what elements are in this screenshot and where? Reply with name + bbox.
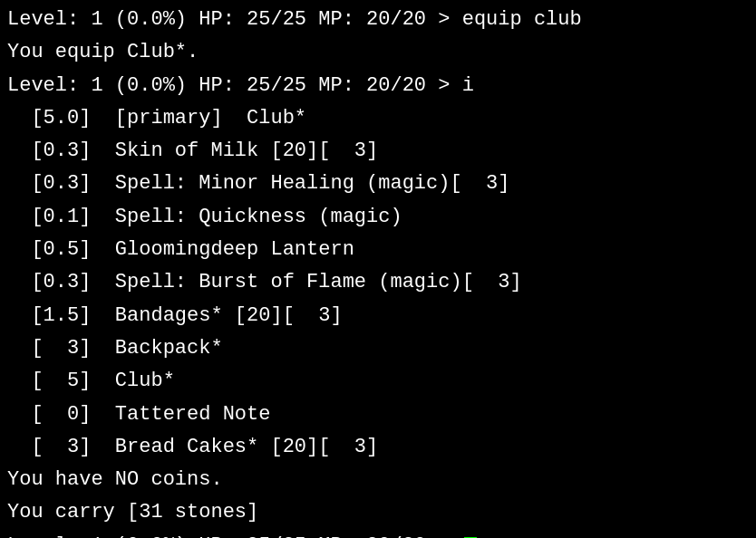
terminal-line: [0.5] Gloomingdeep Lantern	[7, 234, 749, 266]
terminal-line: [0.3] Skin of Milk [20][ 3]	[7, 135, 749, 168]
terminal-line: You equip Club*.	[7, 36, 749, 69]
terminal-line: You carry [31 stones]	[7, 496, 749, 529]
terminal-line: Level: 1 (0.0%) HP: 25/25 MP: 20/20 >	[7, 530, 749, 538]
terminal-line: [ 3] Backpack*	[7, 332, 749, 365]
terminal-window: Level: 1 (0.0%) HP: 25/25 MP: 20/20 > eq…	[0, 0, 756, 538]
terminal-line: [ 3] Bread Cakes* [20][ 3]	[7, 431, 749, 464]
terminal-line: Level: 1 (0.0%) HP: 25/25 MP: 20/20 > eq…	[7, 4, 749, 36]
terminal-line: [0.3] Spell: Minor Healing (magic)[ 3]	[7, 168, 749, 200]
terminal-line: [5.0] [primary] Club*	[7, 102, 749, 135]
terminal-line: [ 0] Tattered Note	[7, 399, 749, 431]
terminal-line: You have NO coins.	[7, 464, 749, 496]
terminal-line: [ 5] Club*	[7, 365, 749, 398]
terminal-line: Level: 1 (0.0%) HP: 25/25 MP: 20/20 > i	[7, 70, 749, 102]
terminal-line: [0.1] Spell: Quickness (magic)	[7, 201, 749, 234]
terminal-line: [1.5] Bandages* [20][ 3]	[7, 300, 749, 332]
terminal-line: [0.3] Spell: Burst of Flame (magic)[ 3]	[7, 266, 749, 299]
